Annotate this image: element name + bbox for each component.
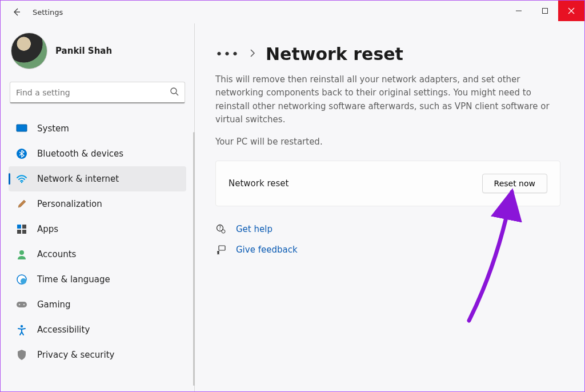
svg-rect-17 [17,302,27,307]
svg-point-4 [171,88,177,94]
sidebar-item-time[interactable]: Time & language [9,267,186,292]
svg-point-20 [21,325,23,327]
sidebar-item-gaming[interactable]: Gaming [9,292,186,317]
help-links: ? Get help Give feedback [215,223,574,255]
page-title: Network reset [266,44,403,64]
monitor-icon [15,122,28,135]
sidebar-item-label: Bluetooth & devices [37,149,123,159]
feedback-icon [215,244,227,255]
give-feedback-link[interactable]: Give feedback [236,245,298,255]
person-icon [15,248,28,261]
titlebar: Settings [1,1,584,23]
svg-point-9 [21,182,23,183]
search-box[interactable] [10,82,185,103]
sidebar-item-accounts[interactable]: Accounts [9,242,186,267]
window-controls [506,1,584,21]
search-input[interactable] [16,88,170,97]
sidebar-item-label: Time & language [37,274,110,285]
back-button[interactable] [11,6,22,18]
arrow-left-icon [12,7,21,17]
sidebar-item-network[interactable]: Network & internet [9,166,186,191]
svg-point-18 [19,304,21,306]
svg-rect-24 [219,246,225,250]
minimize-button[interactable] [506,1,532,21]
clock-globe-icon [15,273,28,286]
svg-rect-13 [22,230,26,234]
bluetooth-icon [15,147,28,160]
svg-rect-10 [17,225,21,229]
main-content: ••• Network reset This will remove then … [195,23,584,391]
sidebar-item-label: Network & internet [37,174,119,184]
svg-point-14 [19,250,24,255]
apps-icon [15,223,28,235]
paintbrush-icon [15,198,28,210]
sidebar-item-bluetooth[interactable]: Bluetooth & devices [9,141,186,166]
close-button[interactable] [558,1,584,21]
shield-icon [15,349,28,361]
breadcrumb-more-icon[interactable]: ••• [215,47,239,61]
sidebar-item-label: Personalization [37,199,102,209]
svg-rect-12 [17,230,21,234]
accessibility-icon [15,323,28,336]
svg-point-19 [23,304,25,306]
svg-rect-1 [543,9,548,14]
sidebar-item-label: System [37,123,69,134]
sidebar-nav: System Bluetooth & devices Network & int… [9,116,186,391]
sidebar-item-label: Gaming [37,299,71,310]
sidebar-item-apps[interactable]: Apps [9,217,186,242]
network-reset-card: Network reset Reset now [215,161,560,206]
chevron-right-icon [250,49,255,59]
sidebar: Pankil Shah System Bluetooth & devices N… [1,23,195,391]
wifi-icon [15,173,28,185]
svg-point-16 [21,278,26,284]
gamepad-icon [15,298,28,311]
get-help-link[interactable]: Get help [236,224,273,234]
svg-point-23 [222,230,225,233]
maximize-button[interactable] [532,1,558,21]
sidebar-item-personalization[interactable]: Personalization [9,191,186,217]
card-label: Network reset [229,178,289,189]
sidebar-item-system[interactable]: System [9,116,186,141]
avatar [11,33,47,69]
give-feedback-row[interactable]: Give feedback [215,244,574,255]
help-icon: ? [215,223,227,235]
sidebar-item-label: Accessibility [37,325,90,335]
page-description: This will remove then reinstall all your… [215,73,564,126]
sidebar-item-accessibility[interactable]: Accessibility [9,317,186,342]
svg-line-5 [176,93,178,95]
restart-note: Your PC will be restarted. [215,137,574,147]
sidebar-item-label: Accounts [37,249,76,259]
profile-name: Pankil Shah [55,46,112,56]
breadcrumb: ••• Network reset [215,44,574,64]
window-title: Settings [33,8,63,17]
svg-rect-6 [17,125,27,131]
sidebar-item-label: Privacy & security [37,350,114,360]
sidebar-item-label: Apps [37,224,58,234]
profile[interactable]: Pankil Shah [9,29,186,76]
svg-rect-11 [22,225,26,229]
sidebar-item-privacy[interactable]: Privacy & security [9,342,186,367]
reset-now-button[interactable]: Reset now [482,174,547,193]
get-help-row[interactable]: ? Get help [215,223,574,235]
search-icon [170,87,179,98]
svg-text:?: ? [219,226,221,231]
svg-point-25 [217,251,219,253]
